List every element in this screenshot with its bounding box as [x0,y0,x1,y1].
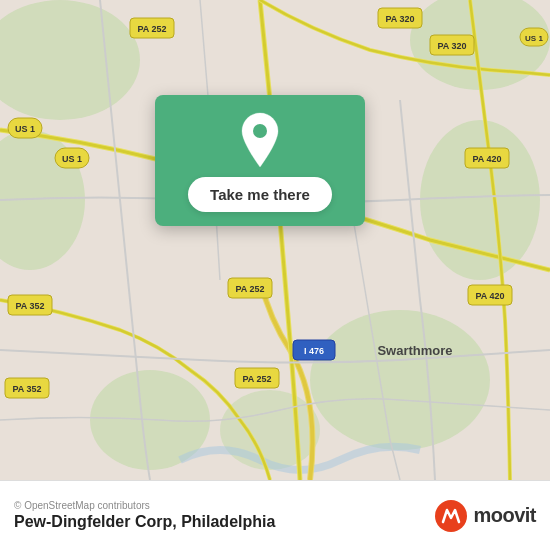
moovit-logo: moovit [435,500,536,532]
svg-text:PA 252: PA 252 [235,284,264,294]
svg-text:Swarthmore: Swarthmore [377,343,452,358]
moovit-icon [435,500,467,532]
location-pin-icon [236,111,284,169]
svg-text:PA 352: PA 352 [12,384,41,394]
moovit-text: moovit [473,504,536,527]
map-area: PA 252 PA 320 PA 320 US 1 US 1 US 1 PA 4… [0,0,550,480]
svg-text:PA 252: PA 252 [242,374,271,384]
svg-point-7 [220,390,320,470]
svg-text:PA 420: PA 420 [472,154,501,164]
svg-text:US 1: US 1 [62,154,82,164]
svg-text:PA 420: PA 420 [475,291,504,301]
svg-text:PA 320: PA 320 [385,14,414,24]
map-svg: PA 252 PA 320 PA 320 US 1 US 1 US 1 PA 4… [0,0,550,480]
svg-point-35 [253,124,267,138]
svg-text:PA 352: PA 352 [15,301,44,311]
svg-point-5 [310,310,490,450]
pin-icon-wrap [233,113,287,167]
svg-text:US 1: US 1 [525,34,543,43]
location-card: Take me there [155,95,365,226]
svg-text:I 476: I 476 [304,346,324,356]
location-name: Pew-Dingfelder Corp, Philadelphia [14,513,275,531]
svg-text:US 1: US 1 [15,124,35,134]
svg-point-4 [420,120,540,280]
svg-text:PA 320: PA 320 [437,41,466,51]
bottom-bar: © OpenStreetMap contributors Pew-Dingfel… [0,480,550,550]
take-me-there-button[interactable]: Take me there [188,177,332,212]
svg-text:PA 252: PA 252 [137,24,166,34]
attribution-text: © OpenStreetMap contributors [14,500,275,511]
bottom-left: © OpenStreetMap contributors Pew-Dingfel… [14,500,275,531]
